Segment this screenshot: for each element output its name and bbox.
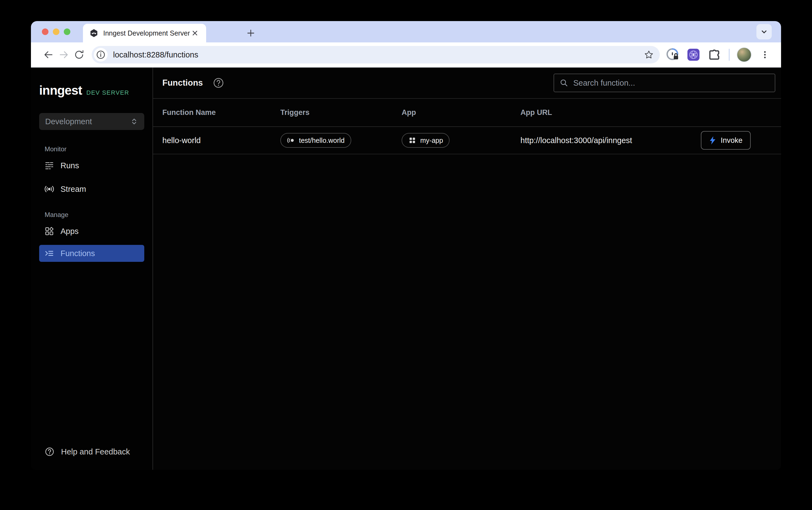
stream-icon — [45, 184, 54, 194]
tab-close-button[interactable] — [190, 28, 200, 38]
back-arrow-icon — [43, 49, 54, 60]
bookmark-button[interactable] — [644, 50, 654, 60]
browser-window: Inngest Development Server — [31, 21, 781, 470]
toolbar-extensions — [664, 46, 774, 63]
puzzle-icon — [707, 48, 721, 62]
close-window-button[interactable] — [42, 28, 49, 35]
close-icon — [192, 30, 198, 36]
sidebar-item-stream[interactable]: Stream — [31, 178, 152, 200]
site-info-button[interactable] — [94, 48, 108, 62]
question-circle-icon — [45, 447, 55, 457]
star-icon — [644, 50, 654, 60]
dev-server-badge: DEV SERVER — [87, 89, 129, 96]
table-row[interactable]: hello-world test/hello.world — [153, 127, 781, 154]
reload-button[interactable] — [71, 47, 87, 62]
minimize-window-button[interactable] — [53, 28, 59, 35]
sidebar-item-runs[interactable]: Runs — [31, 155, 152, 177]
column-app-url: App URL — [520, 108, 781, 117]
browser-menu-button[interactable] — [756, 46, 774, 63]
zoom-window-button[interactable] — [64, 28, 70, 35]
search-input[interactable] — [573, 79, 769, 88]
invoke-label: Invoke — [721, 136, 743, 145]
main-content: Functions — [153, 67, 781, 470]
page-title: Functions — [162, 78, 203, 88]
page-help-button[interactable] — [213, 77, 224, 89]
sidebar-item-label: Stream — [60, 185, 86, 194]
app-url-text: http://localhost:3000/api/inngest — [520, 136, 701, 145]
forward-button[interactable] — [56, 47, 71, 62]
column-triggers: Triggers — [280, 108, 402, 117]
column-app: App — [402, 108, 520, 117]
search-icon — [559, 79, 568, 87]
environment-selector[interactable]: Development — [39, 113, 144, 130]
forward-arrow-icon — [58, 49, 69, 60]
question-circle-icon — [213, 77, 224, 89]
sidebar-item-apps[interactable]: Apps — [31, 220, 152, 242]
table-empty-area — [153, 154, 781, 470]
inngest-logo: inngest — [39, 83, 82, 98]
new-tab-button[interactable] — [243, 25, 258, 41]
sidebar-item-functions[interactable]: Functions — [39, 245, 144, 262]
browser-tab[interactable]: Inngest Development Server — [83, 24, 206, 42]
toolbar-divider — [729, 49, 730, 61]
section-label-monitor: Monitor — [45, 145, 152, 153]
extensions-button[interactable] — [706, 46, 723, 63]
runs-icon — [45, 161, 54, 170]
address-bar[interactable]: localhost:8288/functions — [92, 46, 660, 63]
functions-icon — [45, 249, 54, 258]
apps-icon — [45, 227, 54, 236]
lightning-bolt-icon — [709, 136, 716, 145]
profile-avatar[interactable] — [735, 46, 753, 63]
chevron-down-icon — [760, 28, 768, 36]
function-name-cell: hello-world — [162, 136, 280, 145]
avatar-image — [737, 47, 752, 62]
app-label: my-app — [420, 137, 443, 145]
plus-icon — [246, 29, 255, 37]
back-button[interactable] — [41, 47, 56, 62]
column-function-name: Function Name — [162, 108, 280, 117]
onepassword-icon — [666, 48, 680, 62]
event-waves-icon — [287, 136, 295, 145]
tab-search-button[interactable] — [756, 24, 772, 39]
environment-label: Development — [45, 117, 130, 126]
tab-strip: Inngest Development Server — [31, 21, 781, 42]
chevron-updown-icon — [130, 117, 138, 126]
url-text: localhost:8288/functions — [113, 50, 644, 59]
reload-icon — [74, 49, 85, 60]
sidebar-item-label: Apps — [60, 227, 79, 236]
help-and-feedback[interactable]: Help and Feedback — [31, 447, 152, 470]
trigger-label: test/hello.world — [299, 137, 345, 145]
inngest-app: inngest DEV SERVER Development Monitor — [31, 67, 781, 470]
browser-toolbar: localhost:8288/functions — [31, 42, 781, 67]
trigger-badge[interactable]: test/hello.world — [280, 133, 351, 148]
sidebar-item-label: Functions — [60, 249, 95, 258]
section-label-manage: Manage — [45, 211, 152, 219]
onepassword-extension-button[interactable] — [664, 46, 681, 63]
info-icon — [96, 50, 106, 59]
sidebar: inngest DEV SERVER Development Monitor — [31, 67, 153, 470]
sidebar-item-label: Runs — [60, 161, 79, 170]
search-box — [554, 73, 775, 92]
logo-row: inngest DEV SERVER — [39, 83, 152, 98]
grid-icon — [408, 136, 416, 145]
window-controls — [42, 28, 70, 35]
invoke-button[interactable]: Invoke — [701, 131, 751, 150]
purple-extension-button[interactable] — [685, 46, 702, 63]
page-header: Functions — [153, 67, 781, 99]
help-label: Help and Feedback — [61, 447, 130, 456]
globe-extension-icon — [687, 48, 700, 62]
app-url-cell: http://localhost:3000/api/inngest Invoke — [520, 131, 781, 150]
app-badge[interactable]: my-app — [402, 133, 450, 148]
table-header: Function Name Triggers App App URL — [153, 99, 781, 127]
tab-title: Inngest Development Server — [103, 29, 190, 37]
inngest-favicon-icon — [89, 29, 98, 37]
kebab-menu-icon — [760, 50, 770, 60]
